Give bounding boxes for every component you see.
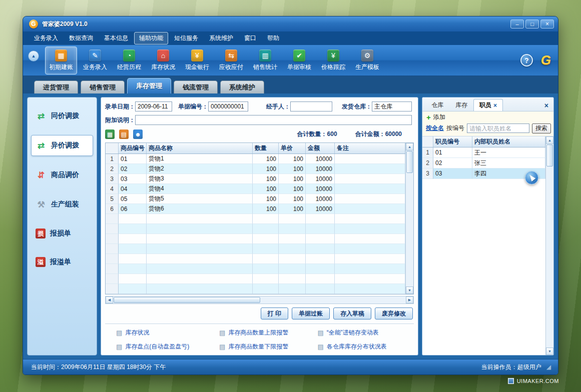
cell-amount[interactable]: 10000 <box>306 204 335 214</box>
menu-basic-info[interactable]: 基本信息 <box>99 32 133 44</box>
col-header-staff-name[interactable]: 内部职员姓名 <box>472 136 545 147</box>
cell-note[interactable] <box>335 184 405 194</box>
toolbar-item-sales-stats[interactable]: ▥ 销售统计 <box>249 46 281 74</box>
cell-price[interactable] <box>279 264 306 274</box>
cell-name[interactable] <box>147 264 253 274</box>
cell-code[interactable]: 06 <box>119 204 147 214</box>
cell-amount[interactable]: 10000 <box>306 174 335 184</box>
cell-price[interactable] <box>279 234 306 244</box>
cell-note[interactable] <box>335 234 405 244</box>
cell-amount[interactable] <box>306 274 335 284</box>
cell-amount[interactable]: 10000 <box>306 154 335 164</box>
cell-qty[interactable]: 100 <box>253 174 279 184</box>
table-row[interactable] <box>106 224 405 234</box>
cell-code[interactable]: 01 <box>119 154 147 164</box>
toolbar-item-production-template[interactable]: ⚙ 生产模板 <box>351 46 383 74</box>
cell-staff-code[interactable]: 02 <box>433 158 472 168</box>
cell-code[interactable] <box>119 284 147 294</box>
col-header-price[interactable]: 单价 <box>279 143 306 154</box>
cell-price[interactable]: 100 <box>279 154 306 164</box>
cell-amount[interactable]: 10000 <box>306 164 335 174</box>
col-header-staff-code[interactable]: 职员编号 <box>433 136 472 147</box>
cell-staff-code[interactable]: 01 <box>433 148 472 158</box>
cell-name[interactable] <box>147 214 253 224</box>
cell-qty[interactable] <box>253 254 279 264</box>
cell-staff-name[interactable]: 王一 <box>472 148 545 158</box>
cell-price[interactable]: 100 <box>279 194 306 204</box>
toolbar-item-doc-audit[interactable]: ✔ 单据审核 <box>283 46 315 74</box>
sidebar-item-diff-price-transfer[interactable]: ⇄ 异价调拨 <box>31 135 93 156</box>
cell-code[interactable] <box>119 264 147 274</box>
cell-price[interactable]: 100 <box>279 184 306 194</box>
link-allround-flow-report[interactable]: ▤“全能”进销存变动表 <box>317 328 412 337</box>
scroll-thumb[interactable] <box>406 151 413 173</box>
cell-code[interactable] <box>119 274 147 284</box>
cell-name[interactable] <box>147 274 253 284</box>
cell-qty[interactable] <box>253 234 279 244</box>
tab-system[interactable]: 系统维护 <box>220 80 264 94</box>
table-row[interactable]: 2 02 货物2 100 100 10000 <box>106 164 405 174</box>
cell-code[interactable]: 02 <box>119 164 147 174</box>
help-button[interactable]: ? <box>520 54 533 66</box>
sidebar-item-overflow-report[interactable]: 溢 报溢单 <box>31 252 93 272</box>
resize-grip[interactable]: ◢ <box>546 364 551 370</box>
scroll-down-icon[interactable]: ▼ <box>546 348 553 355</box>
cell-staff-code[interactable]: 03 <box>433 168 472 179</box>
cell-name[interactable] <box>147 254 253 264</box>
sidebar-item-loss-report[interactable]: 损 报损单 <box>31 224 93 244</box>
menu-help[interactable]: 帮助 <box>262 32 284 44</box>
table-row[interactable]: 2 02 张三 <box>422 158 545 168</box>
scroll-up-icon[interactable]: ▲ <box>406 143 413 150</box>
cell-code[interactable] <box>119 244 147 254</box>
link-warehouse-distribution[interactable]: ▤各仓库库存分布状况表 <box>317 342 412 351</box>
table-row[interactable] <box>106 274 405 284</box>
handler-field[interactable] <box>290 102 332 112</box>
cell-name[interactable]: 货物1 <box>147 154 253 164</box>
toolbar-item-receivables-payables[interactable]: ⇆ 应收应付 <box>215 46 247 74</box>
toolbar-item-history[interactable]: ◔ 经营历程 <box>113 46 145 74</box>
calculator-icon[interactable]: ▤ <box>119 130 129 139</box>
cell-price[interactable]: 100 <box>279 174 306 184</box>
cell-note[interactable] <box>335 284 405 294</box>
col-header-qty[interactable]: 数量 <box>253 143 279 154</box>
cell-code[interactable]: 04 <box>119 184 147 194</box>
col-header-amount[interactable]: 金额 <box>306 143 335 154</box>
col-header-name[interactable]: 商品名称 <box>147 143 253 154</box>
cell-note[interactable] <box>335 264 405 274</box>
tab-stock[interactable]: 库存 <box>449 99 473 111</box>
tab-close-icon[interactable]: × <box>493 102 497 109</box>
table-row[interactable]: 3 03 货物3 100 100 10000 <box>106 174 405 184</box>
cell-name[interactable] <box>147 224 253 234</box>
tab-staff[interactable]: 职员× <box>473 99 503 111</box>
filter-by-code-link[interactable]: 按编号 <box>446 124 464 132</box>
cell-note[interactable] <box>335 254 405 264</box>
table-row[interactable] <box>106 234 405 244</box>
scroll-down-icon[interactable]: ▼ <box>406 286 413 294</box>
link-stock-lower-limit-alert[interactable]: ▤库存商品数量下限报警 <box>219 342 314 351</box>
cell-amount[interactable] <box>306 264 335 274</box>
cell-qty[interactable]: 100 <box>253 194 279 204</box>
horizontal-scrollbar[interactable]: ◀ ▶ <box>105 296 414 304</box>
warehouse-field[interactable] <box>372 102 412 112</box>
cell-note[interactable] <box>335 244 405 254</box>
table-row[interactable]: 6 06 货物6 100 100 10000 <box>106 204 405 214</box>
toolbar-item-price-tracking[interactable]: ¥ 价格跟踪 <box>317 46 349 74</box>
cell-qty[interactable] <box>253 224 279 234</box>
tab-sales[interactable]: 销售管理 <box>81 80 125 94</box>
cell-price[interactable] <box>279 224 306 234</box>
search-button[interactable]: 搜索 <box>532 124 551 134</box>
cell-price[interactable] <box>279 284 306 294</box>
cell-note[interactable] <box>335 154 405 164</box>
cell-qty[interactable] <box>253 274 279 284</box>
cell-price[interactable] <box>279 274 306 284</box>
menu-system-maintenance[interactable]: 系统维护 <box>204 32 238 44</box>
tab-inventory[interactable]: 库存管理 <box>127 78 171 94</box>
cell-name[interactable]: 货物4 <box>147 184 253 194</box>
post-button[interactable]: 单据过账 <box>292 308 330 320</box>
link-stocktake[interactable]: ▤库存盘点(自动盘盈盘亏) <box>116 342 215 351</box>
discard-button[interactable]: 废弃修改 <box>375 308 413 320</box>
cell-code[interactable] <box>119 254 147 264</box>
tab-purchase[interactable]: 进货管理 <box>34 80 78 94</box>
scroll-up-icon[interactable]: ▲ <box>546 136 553 144</box>
toolbar-item-inventory-status[interactable]: ⌂ 库存状况 <box>147 46 179 74</box>
